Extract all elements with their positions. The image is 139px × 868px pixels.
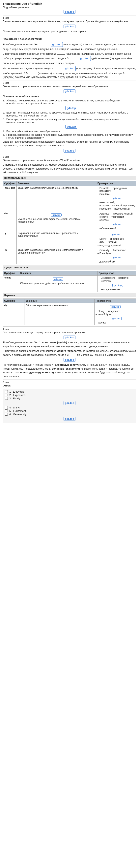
step4-p1: Я люблю делать покупки. Это 1. приятно (… [3, 341, 136, 348]
list-item: Cowardly — боязливый; [98, 249, 135, 252]
step2-rules-list: Убедись, что понимаешь значение всех сло… [3, 99, 136, 139]
answer-text-5: Excitement. [13, 409, 27, 412]
checkbox-5[interactable] [5, 409, 8, 412]
checkbox-6[interactable] [5, 413, 8, 415]
suffix-ive: -ive [3, 211, 17, 231]
answer-item-4: 4. Shiny. [5, 406, 134, 409]
meaning-ive: gdz.top Имеет значение «вызывать эффект»… [17, 211, 96, 231]
rule-item-1: Убедись, что понимаешь значение всех сло… [3, 99, 136, 110]
step3-label: 3 шаг [3, 155, 136, 158]
step4-text: Поставим слова в нужную форму слова спра… [3, 331, 136, 335]
gdz-badge-14: gdz.top [53, 278, 63, 281]
list-item: Passable — проходимый, проезжий; [98, 187, 135, 192]
step1-p1: Я люблю делать покупки. Это 1. gdz.top (… [3, 42, 136, 51]
answer-num-6: 6. [9, 413, 11, 416]
gdz-badge-top: gdz.top [63, 10, 76, 14]
adv-header-suffix: Суффикс [3, 299, 24, 303]
table-adv-title: Наречия [3, 293, 136, 297]
gdz-badge-10: gdz.top [51, 213, 61, 217]
meaning-y: Выражает значение «иметь признак». Приба… [17, 231, 96, 248]
answer-block: 1. Enjoyable. 2. Expensive. 3. Really. g… [3, 389, 136, 423]
gdz-badge-4: gdz.top [64, 66, 76, 71]
gdz-badge-17: gdz.top [111, 317, 121, 320]
step4-p2: В настоящее время одеваться становится 2… [3, 349, 136, 357]
list-item: creative — творческий; [98, 215, 135, 218]
step1-label: 1 шаг [3, 17, 136, 20]
examples-ment: Development — развитие; retirement — gdz… [97, 275, 136, 292]
blank-1 [42, 45, 50, 45]
answer-item-6: 6. Generously. [5, 413, 134, 416]
answer-num-5: 5. [9, 409, 11, 412]
answer-num-4: 4. [9, 406, 11, 409]
examples-able: Passable — проходимый, проезжий; incredi… [96, 186, 136, 211]
list-item: Slowly — медленно; [96, 310, 135, 313]
list-item: Attractive — привлекательный; [98, 212, 135, 215]
step5-label: 5 шаг [3, 381, 136, 384]
gdz-badge-21: gdz.top [63, 417, 76, 421]
answer-num-3: 3. [9, 397, 11, 400]
checkbox-1[interactable] [5, 390, 8, 393]
examples-ive: Attractive — привлекательный; creative —… [96, 211, 136, 231]
adv-header-meaning: Значение [24, 299, 94, 303]
gdz-badge-1: gdz.top [63, 25, 76, 28]
checkbox-2[interactable] [5, 394, 8, 396]
gdz-badge-13: gdz.top [112, 256, 122, 259]
gdz-badge-16: gdz.top [110, 305, 120, 308]
answer-item-2: 2. Expensive. [5, 394, 134, 397]
page-container: Упражнение Use of English Подробное реше… [0, 0, 139, 427]
step5-text: Ответ: [3, 384, 136, 388]
suffix-ment: -ment [3, 275, 19, 292]
list-item: dirty — грязный; [98, 241, 135, 244]
noun-header-meaning: Значение [19, 271, 98, 275]
list-item: Friendly — gdz.top дружелюбный [98, 252, 135, 263]
gdz-badge-5: gdz.top [63, 89, 76, 93]
step1-p2: В настоящее время одеваться становится 2… [3, 52, 136, 65]
answer-text-3: Really. [13, 397, 21, 400]
examples-ly-adj: Cowardly — боязливый; Friendly — gdz.top… [96, 248, 136, 264]
suffix-ly-adj: -ly [3, 248, 17, 264]
table-adverbs: Суффикс Значение Пример слов -ly Образуе… [3, 299, 136, 325]
examples-y: gdz.top Sporty — спортивный; dirty — гря… [96, 231, 136, 248]
step2-label: 2 шаг [3, 82, 136, 84]
gdz-badge-20: gdz.top [63, 401, 76, 405]
meaning-ment: gdz.top Обозначает результат действия, п… [19, 275, 98, 292]
table-row: -ment gdz.top Обозначает результат дейст… [3, 275, 136, 292]
gdz-badge-11: gdz.top [112, 223, 122, 226]
list-item: rainy — дождливый [98, 244, 135, 247]
gdz-badge-2: gdz.top [51, 42, 63, 47]
table-row: -ive gdz.top Имеет значение «вызывать эф… [3, 211, 136, 231]
step3-intro: С помощью английских аффиксов мы можем о… [3, 163, 136, 175]
answer-num-1: 1. [9, 390, 11, 393]
gdz-badge-12: gdz.top [111, 233, 121, 236]
adj-header-meaning: Значение [17, 181, 96, 186]
step1-intro: Внимательно прочитаем задание, чтобы пон… [3, 20, 136, 23]
answer-text-4: Shiny. [13, 406, 20, 409]
table-row: -y Выражает значение «иметь признак». Пр… [3, 231, 136, 248]
noun-header-examples: Пример слов [97, 271, 136, 275]
adv-header-examples: Пример слов [94, 299, 136, 303]
list-item: retirement — gdz.top выход на пенсию [99, 279, 135, 291]
meaning-ly-adj: Указывает на подобие, имеет значение «по… [17, 248, 96, 264]
step2-conclusion: Задания на словообразование показывают в… [3, 140, 136, 148]
answer-item-1: 1. Enjoyable. [5, 390, 134, 393]
checkbox-3[interactable] [5, 397, 8, 400]
rule-item-3: Посмотри, не нужно ли добавить к новому … [3, 118, 136, 129]
examples-ly-adv: gdz.top Slowly — медленно; beautifully —… [94, 303, 136, 325]
step2-rules-title: Правила словообразования: [3, 94, 136, 98]
answer-item-5: 5. Excitement. [5, 409, 134, 412]
gdz-badge-15: gdz.top [112, 284, 123, 287]
list-item: selective — gdz.top избирательный [98, 218, 135, 230]
table-noun-title: Существительные [3, 266, 136, 270]
adj-header-suffix: Суффикс [3, 181, 17, 186]
gdz-badge-7: gdz.top [65, 125, 77, 129]
rule-item-4: Воспользуйся таблицами словообразования. [3, 130, 136, 133]
noun-header-suffix: Суффикс [3, 271, 19, 275]
answer-text-6: Generously. [13, 413, 27, 416]
checkbox-4[interactable] [5, 406, 8, 409]
answer-num-2: 2. [9, 394, 11, 397]
rule-item-5: Проверь образованное слово по словарю. С… [3, 133, 136, 139]
suffix-ly-adv: -ly [3, 303, 24, 325]
step4-p3: На последних выходных я купила новую 4. … [3, 363, 136, 378]
list-item: Sporty — спортивный; [98, 237, 135, 241]
table-row: -ly Образует наречие от прилагательного … [3, 303, 136, 325]
